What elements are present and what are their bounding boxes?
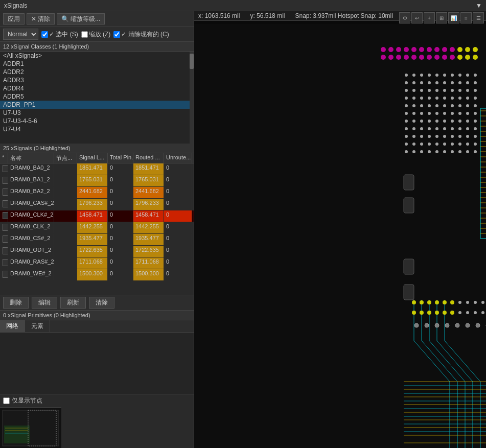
- row-routed: 1722.635: [133, 246, 164, 257]
- table-row[interactable]: DRAM0_CS#_2 1935.477 0 1935.477 0: [0, 234, 194, 246]
- xsignals-table-body[interactable]: DRAM0_BA0_2 1851.471 0 1851.471 0 DRAM0_…: [0, 163, 194, 295]
- menu-icon[interactable]: ☰: [473, 12, 484, 23]
- row-checkbox[interactable]: [3, 212, 8, 219]
- list-item-addr-pp1[interactable]: ADDR_PP1: [0, 101, 194, 109]
- row-signal-length: 1765.031: [77, 175, 108, 186]
- row-signal-length: 1796.233: [77, 199, 108, 210]
- row-checkbox[interactable]: [3, 177, 8, 184]
- add-icon[interactable]: +: [424, 12, 435, 23]
- list-item[interactable]: ADDR1: [0, 60, 194, 68]
- table-row[interactable]: DRAM0_BA0_2 1851.471 0 1851.471 0: [0, 163, 194, 175]
- signal-classes-list[interactable]: <All xSignals> ADDR1 ADDR2 ADDR3 ADDR4 A…: [0, 52, 194, 144]
- svg-point-190: [412, 120, 415, 123]
- svg-point-149: [405, 89, 408, 92]
- row-unrouted: 0: [164, 199, 192, 210]
- svg-point-208: [474, 127, 477, 130]
- list-item[interactable]: U7-U3: [0, 109, 194, 117]
- row-node: [54, 257, 77, 269]
- mode-select[interactable]: Normal: [3, 29, 38, 40]
- delete-button[interactable]: 删除: [3, 297, 29, 309]
- row-checkbox[interactable]: [3, 165, 8, 172]
- svg-point-18: [381, 55, 386, 60]
- svg-point-223: [435, 143, 438, 146]
- svg-point-221: [420, 143, 423, 146]
- table-row[interactable]: DRAM0_BA2_2 2441.682 0 2441.682 0: [0, 187, 194, 199]
- row-checkbox[interactable]: [3, 259, 8, 266]
- primitives-content: [0, 333, 194, 394]
- row-routed: 2441.682: [133, 187, 164, 198]
- back-icon[interactable]: ↩: [411, 12, 423, 23]
- svg-point-11: [404, 47, 409, 52]
- svg-point-288: [481, 301, 484, 304]
- table-row[interactable]: DRAM0_BA1_2 1765.031 0 1765.031 0: [0, 175, 194, 187]
- zoom-checkbox[interactable]: [81, 31, 88, 38]
- apply-button[interactable]: 应用: [3, 13, 25, 25]
- list-item[interactable]: ADDR4: [0, 84, 194, 92]
- row-signal-length: 2441.682: [77, 187, 108, 198]
- list-item[interactable]: U7-U3-4-5-6: [0, 117, 194, 125]
- svg-point-207: [466, 127, 469, 130]
- list-item[interactable]: <All xSignals>: [0, 52, 194, 60]
- row-routed: 1796.233: [133, 199, 164, 210]
- svg-point-146: [458, 81, 461, 84]
- clear-existing-checkbox-label[interactable]: ✓ 清除现有的 (C): [113, 30, 169, 39]
- svg-point-12: [411, 47, 416, 52]
- row-checkbox[interactable]: [3, 188, 8, 196]
- select-checkbox-label[interactable]: ✓ 选中 (S): [41, 30, 78, 39]
- row-total-pins: 0: [108, 163, 133, 175]
- edit-button[interactable]: 编辑: [32, 297, 57, 309]
- svg-point-17: [450, 47, 455, 52]
- table-row[interactable]: DRAM0_CLK_2 1442.255 0 1442.255 0: [0, 222, 194, 234]
- row-checkbox[interactable]: [3, 271, 8, 278]
- row-checkbox[interactable]: [3, 224, 8, 231]
- filter-icon[interactable]: ⚙: [399, 12, 410, 23]
- xsignals-section: 25 xSignals (0 Highlighted) * 名称 节点... S…: [0, 144, 194, 295]
- row-signal-length: 1935.477: [77, 234, 108, 245]
- reduce-button[interactable]: 🔍 缩放等级...: [57, 13, 105, 25]
- row-unrouted: 0: [164, 163, 192, 175]
- list-item[interactable]: U7-U4: [0, 125, 194, 133]
- tab-element[interactable]: 元素: [25, 320, 50, 332]
- svg-point-294: [425, 323, 429, 327]
- table-row[interactable]: DRAM0_ODT_2 1722.635 0 1722.635 0: [0, 246, 194, 257]
- table-row[interactable]: DRAM0_WE#_2 1500.300 0 1500.300 0: [0, 269, 194, 281]
- row-checkbox[interactable]: [3, 247, 8, 254]
- table-row[interactable]: DRAM0_CAS#_2 1796.233 0 1796.233 0: [0, 199, 194, 210]
- col-star: *: [0, 153, 8, 163]
- row-node: [54, 199, 77, 210]
- svg-point-144: [443, 81, 446, 84]
- svg-point-139: [405, 81, 408, 84]
- list-item[interactable]: ADDR5: [0, 92, 194, 101]
- clear-existing-checkbox[interactable]: [113, 31, 120, 38]
- row-star: [0, 175, 8, 186]
- chart-icon[interactable]: 📊: [448, 12, 459, 23]
- select-checkbox[interactable]: [41, 31, 48, 38]
- table-row[interactable]: DRAM0_CLK#_2 1458.471 0 1458.471 0: [0, 210, 194, 222]
- table-row[interactable]: DRAM0_RAS#_2 1711.068 0 1711.068 0: [0, 257, 194, 269]
- layers-icon[interactable]: ≡: [460, 12, 472, 23]
- show-nodes-checkbox[interactable]: [3, 397, 10, 404]
- row-total-pins: 0: [108, 234, 133, 245]
- svg-point-32: [465, 55, 470, 60]
- clear-table-button[interactable]: 清除: [89, 297, 114, 309]
- list-item[interactable]: ADDR3: [0, 76, 194, 84]
- right-panel[interactable]: x: 1063.516 mil y: 56.518 mil Snap: 3.93…: [194, 11, 486, 448]
- svg-point-188: [474, 112, 477, 115]
- clear-button[interactable]: ✕ 清除: [27, 13, 55, 25]
- snap-info: Snap: 3.937mil Hotspot Snap: 10mil: [295, 12, 392, 19]
- row-node: [54, 222, 77, 233]
- svg-point-194: [443, 120, 446, 123]
- svg-rect-301: [404, 175, 414, 190]
- row-unrouted: 0: [164, 210, 192, 222]
- svg-point-15: [434, 47, 439, 52]
- row-checkbox[interactable]: [3, 235, 8, 243]
- grid-icon[interactable]: ⊞: [436, 12, 447, 23]
- svg-point-224: [443, 143, 446, 146]
- list-item[interactable]: ADDR2: [0, 68, 194, 76]
- pcb-canvas[interactable]: [194, 24, 486, 448]
- tab-net[interactable]: 网络: [0, 320, 25, 332]
- svg-point-131: [420, 74, 423, 77]
- row-checkbox[interactable]: [3, 200, 8, 207]
- zoom-checkbox-label[interactable]: 缩放 (Z): [81, 30, 111, 39]
- refresh-button[interactable]: 刷新: [60, 297, 86, 309]
